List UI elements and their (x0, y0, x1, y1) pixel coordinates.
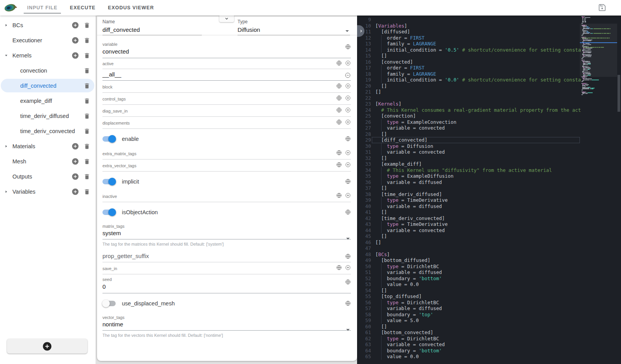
code-line[interactable]: 57variable = diffused (357, 305, 581, 312)
globe-icon[interactable] (345, 300, 351, 306)
globe-icon[interactable] (345, 253, 351, 259)
caret-down-icon[interactable] (345, 30, 349, 33)
remove-entry-icon[interactable] (345, 72, 351, 78)
code-line[interactable]: 49[bottom_diffused] (357, 257, 581, 263)
code-area[interactable]: 910[Variables]11[diffused]12order = FIRS… (357, 17, 581, 364)
code-line[interactable]: 21[] (357, 89, 581, 95)
param-placeholder-label[interactable]: prop_getter_suffix (102, 253, 351, 259)
delete-block-icon[interactable] (83, 37, 90, 44)
code-line[interactable]: 56type = DirichletBC (357, 300, 581, 306)
delete-block-icon[interactable] (83, 22, 90, 29)
add-entry-icon[interactable] (345, 60, 351, 66)
sidebar-item-kernels[interactable]: Kernels (0, 48, 95, 63)
collapse-arrow-icon[interactable] (4, 54, 8, 57)
caret-down-icon[interactable] (346, 233, 350, 244)
code-line[interactable]: 43type = TimeDerivative (357, 221, 581, 227)
minimap-viewport[interactable] (580, 24, 617, 77)
scrollbar-thumb[interactable] (618, 75, 620, 112)
code-line[interactable]: 38[time_deriv_diffused] (357, 191, 581, 198)
globe-icon[interactable] (336, 83, 342, 89)
sidebar-item-time-deriv-diffused[interactable]: time_deriv_diffused (0, 108, 95, 123)
toggle-use_displaced_mesh[interactable] (102, 301, 116, 306)
tab-execute[interactable]: EXECUTE (64, 0, 102, 16)
add-sub-block-icon[interactable] (71, 173, 79, 180)
type-select[interactable]: Type Diffusion (238, 19, 350, 35)
code-line[interactable]: 13family = LAGRANGE (357, 41, 581, 47)
code-line[interactable]: 16[convected] (357, 59, 581, 65)
code-line[interactable]: 29[diff_convected] (357, 137, 581, 143)
add-sub-block-icon[interactable] (71, 36, 79, 44)
tab-input-file[interactable]: INPUT FILE (21, 0, 64, 16)
add-block-button[interactable] (7, 339, 87, 354)
toggle-implicit[interactable] (102, 179, 116, 184)
code-line[interactable]: 52boundary = 'bottom' (357, 276, 581, 282)
add-sub-block-icon[interactable] (71, 142, 79, 150)
code-line[interactable]: 46[] (357, 239, 581, 246)
add-entry-icon[interactable] (345, 119, 351, 125)
code-line[interactable]: 50type = DirichletBC (357, 263, 581, 270)
delete-block-icon[interactable] (83, 52, 90, 59)
code-line[interactable]: 65value = 0.0 (357, 354, 581, 360)
sidebar-item-convection[interactable]: convection (0, 63, 95, 78)
globe-icon[interactable] (336, 150, 342, 156)
code-line[interactable]: 48[BCs] (357, 251, 581, 258)
param-value-input[interactable]: __all__ (102, 71, 351, 78)
delete-block-icon[interactable] (83, 113, 90, 120)
code-line[interactable]: 25[convection] (357, 113, 581, 119)
sidebar-item-bcs[interactable]: BCs (0, 17, 95, 33)
globe-icon[interactable] (336, 60, 342, 66)
code-line[interactable]: 28[] (357, 131, 581, 137)
globe-icon[interactable] (345, 279, 351, 285)
add-sub-block-icon[interactable] (71, 188, 79, 196)
globe-icon[interactable] (345, 136, 351, 142)
add-entry-icon[interactable] (345, 192, 351, 198)
add-entry-icon[interactable] (345, 265, 351, 270)
code-line[interactable]: 47 (357, 245, 581, 251)
code-line[interactable]: 32[] (357, 155, 581, 161)
toggle-enable[interactable] (102, 136, 116, 142)
code-line[interactable]: 36variable = diffused (357, 179, 581, 185)
name-field[interactable]: Name diff_convected (102, 19, 202, 35)
sidebar-item-example-diff[interactable]: example_diff (0, 93, 95, 108)
delete-block-icon[interactable] (83, 97, 90, 104)
code-line[interactable]: 33[example_diff] (357, 161, 581, 167)
delete-block-icon[interactable] (83, 143, 90, 150)
toggle-isObjectAction[interactable] (102, 210, 116, 215)
code-line[interactable]: 17order = FIRST (357, 65, 581, 71)
sidebar-item-outputs[interactable]: Outputs (0, 169, 95, 184)
code-line[interactable]: 10[Variables] (357, 23, 581, 29)
collapse-panel-button[interactable] (219, 15, 234, 22)
code-line[interactable]: 19initial_condition = '0.0' # shortcut/c… (357, 77, 581, 83)
globe-icon[interactable] (336, 95, 342, 101)
param-value-input[interactable]: 0 (102, 283, 351, 290)
globe-icon[interactable] (345, 44, 351, 50)
code-line[interactable]: 9 (357, 17, 581, 23)
code-line[interactable]: 15[] (357, 53, 581, 59)
code-line[interactable]: 62type = DirichletBC (357, 336, 581, 342)
sidebar-item-variables[interactable]: Variables (0, 184, 95, 199)
code-line[interactable]: 61[bottom_convected] (357, 329, 581, 336)
code-line[interactable]: 23[Kernels] (357, 101, 581, 107)
param-select-value[interactable]: nontime (102, 321, 351, 328)
code-line[interactable]: 11[diffused] (357, 29, 581, 35)
delete-block-icon[interactable] (83, 188, 90, 195)
code-line[interactable]: 30type = Diffusion (357, 143, 581, 149)
code-line[interactable]: 55[top_diffused] (357, 293, 581, 300)
param-value-input[interactable]: convected (102, 48, 351, 55)
add-sub-block-icon[interactable] (71, 52, 79, 59)
code-line[interactable]: 42[time_deriv_convected] (357, 215, 581, 222)
globe-icon[interactable] (345, 179, 351, 184)
code-line[interactable]: 60[] (357, 324, 581, 330)
sidebar-item-executioner[interactable]: Executioner (0, 33, 95, 48)
code-line[interactable]: 18family = LAGRANGE (357, 71, 581, 77)
code-line[interactable]: 26type = ExampleConvection (357, 119, 581, 125)
delete-block-icon[interactable] (83, 67, 90, 74)
code-line[interactable]: 54[] (357, 288, 581, 294)
code-line[interactable]: 59value = 5.0 (357, 317, 581, 324)
delete-block-icon[interactable] (83, 158, 90, 165)
code-line[interactable]: 31variable = convected (357, 149, 581, 155)
add-entry-icon[interactable] (345, 83, 351, 89)
code-line[interactable]: 58boundary = 'top' (357, 312, 581, 318)
code-line[interactable]: 44variable = convected (357, 227, 581, 234)
code-line[interactable]: 22 (357, 95, 581, 101)
